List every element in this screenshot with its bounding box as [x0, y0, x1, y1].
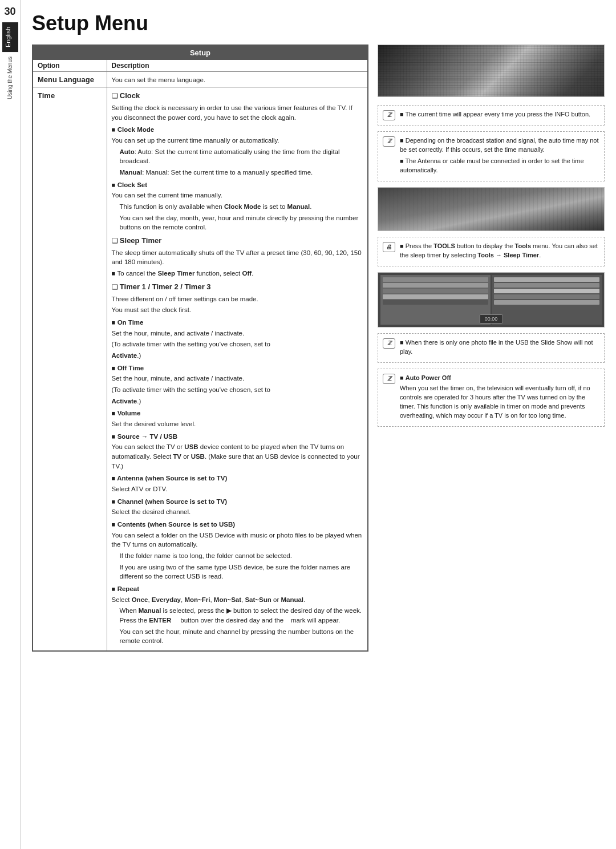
note4-icon: ℤ [383, 338, 395, 349]
sidebar-section: Using the Menus [6, 53, 14, 103]
table-row-time: Time ❑ Clock Setting the clock is necess… [33, 88, 368, 652]
repeat-manual2: You can set the hour, minute and channel… [112, 627, 363, 646]
note5-content: ■ Auto Power Off When you set the timer … [400, 374, 599, 422]
table-row: Menu Language You can set the menu langu… [33, 72, 368, 88]
contents-text: You can select a folder on the USB Devic… [112, 531, 363, 549]
volume-text: Set the desired volume level. [112, 419, 363, 429]
on-time-heading: On Time [112, 318, 363, 328]
timer-image [378, 187, 605, 231]
channel-text: Select the desired channel. [112, 507, 363, 517]
antenna-heading: Antenna (when Source is set to TV) [112, 474, 363, 483]
page-title: Setup Menu [32, 11, 605, 35]
on-time-text: Set the hour, minute, and activate / ina… [112, 329, 363, 338]
table-subheader-row: Option Description [33, 60, 368, 72]
page-number: 30 [4, 6, 15, 18]
note3-icon: 🖨 [383, 242, 395, 252]
note-usb-slideshow: ℤ ■ When there is only one photo file in… [378, 333, 605, 363]
timer-clock: You must set the clock first. [112, 305, 363, 315]
volume-heading: Volume [112, 409, 363, 418]
off-time-activate: Activate.) [112, 397, 363, 406]
off-time-heading: Off Time [112, 363, 363, 373]
setup-table: Setup Option Description Menu Language Y… [32, 45, 368, 652]
table-header: Setup [33, 45, 368, 60]
on-time-activate: Activate.) [112, 351, 363, 361]
sidebar: 30 English Using the Menus [0, 0, 21, 849]
source-text: You can select the TV or USB device cont… [112, 442, 363, 471]
timer-image-content [378, 188, 604, 231]
repeat-manual: When Manual is selected, press the ▶ but… [112, 606, 363, 625]
note2-bullet1: ■ Depending on the broadcast station and… [400, 136, 599, 155]
top-image [378, 45, 605, 97]
off-time-text: Set the hour, minute, and activate / ina… [112, 374, 363, 383]
off-time-note: (To activate timer with the setting you'… [112, 385, 363, 395]
note1-text: ■ The current time will appear every tim… [400, 110, 590, 119]
note5-icon: ℤ [383, 374, 395, 384]
sleep-cancel: ■ To cancel the Sleep Timer function, se… [112, 269, 363, 278]
clock-mode-text: You can set up the current time manually… [112, 136, 363, 145]
note2-bullet2: ■ The Antenna or cable must be connected… [400, 157, 599, 175]
note5-heading: ■ Auto Power Off [400, 374, 599, 383]
clock-set-text: You can set the current time manually. [112, 191, 363, 200]
note3-text: ■ Press the TOOLS button to display the … [400, 242, 599, 260]
note2-icon: ℤ [383, 136, 395, 147]
main-content: Setup Menu Setup Option Description [21, 0, 616, 849]
contents-note1: If the folder name is too long, the fold… [112, 551, 363, 561]
desc-menu-language: You can set the menu language. [107, 72, 368, 88]
sleep-heading: ❑ Sleep Timer [112, 236, 363, 246]
right-column: ℤ ■ The current time will appear every t… [378, 45, 605, 838]
clock-set-note2: You can set the day, month, year, hour a… [112, 213, 363, 232]
sidebar-lang: English [2, 22, 18, 52]
tv-bar-image-content: 00:00 [378, 273, 604, 327]
antenna-text: Select ATV or DTV. [112, 484, 363, 494]
note4-text: ■ When there is only one photo file in t… [400, 338, 599, 357]
repeat-text: Select Once, Everyday, Mon~Fri, Mon~Sat,… [112, 595, 363, 605]
contents-note2: If you are using two of the same type US… [112, 563, 363, 581]
repeat-heading: Repeat [112, 584, 363, 594]
timer-section: ❑ Timer 1 / Timer 2 / Timer 3 Three diff… [112, 282, 363, 646]
clock-mode-manual: Manual: Manual: Set the current time to … [112, 168, 363, 177]
option-time: Time [33, 88, 107, 652]
clock-heading: ❑ Clock [112, 91, 363, 102]
sleep-section: ❑ Sleep Timer The sleep timer automatica… [112, 236, 363, 278]
note-auto-power-off: ℤ ■ Auto Power Off When you set the time… [378, 369, 605, 427]
clock-set-note: This function is only available when Clo… [112, 202, 363, 212]
option-menu-language: Menu Language [33, 72, 107, 88]
clock-set-heading: Clock Set [112, 180, 363, 190]
note-tools: 🖨 ■ Press the TOOLS button to display th… [378, 237, 605, 266]
channel-heading: Channel (when Source is set to TV) [112, 497, 363, 507]
timer-heading: ❑ Timer 1 / Timer 2 / Timer 3 [112, 282, 363, 293]
clock-mode-heading: Clock Mode [112, 125, 363, 135]
desc-time: ❑ Clock Setting the clock is necessary i… [107, 88, 368, 652]
top-image-content [378, 45, 604, 96]
note1-icon: ℤ [383, 110, 395, 120]
note5-text: When you set the timer on, the televisio… [400, 384, 599, 421]
table-header-row: Setup [33, 45, 368, 60]
left-column: Setup Option Description Menu Language Y… [32, 45, 368, 838]
timer-intro: Three different on / off timer settings … [112, 294, 363, 304]
clock-section: ❑ Clock Setting the clock is necessary i… [112, 91, 363, 232]
content-columns: Setup Option Description Menu Language Y… [32, 45, 605, 838]
note-broadcast: ℤ ■ Depending on the broadcast station a… [378, 131, 605, 181]
on-time-note: (To activate timer with the setting you'… [112, 339, 363, 349]
note-info-button: ℤ ■ The current time will appear every t… [378, 105, 605, 126]
col-description-header: Description [107, 60, 368, 72]
note2-content: ■ Depending on the broadcast station and… [400, 136, 599, 176]
clock-intro: Setting the clock is necessary in order … [112, 103, 363, 122]
source-heading: Source → TV / USB [112, 432, 363, 442]
tv-bar-image: 00:00 [378, 272, 605, 328]
sleep-text: The sleep timer automatically shuts off … [112, 248, 363, 267]
col-option-header: Option [33, 60, 107, 72]
clock-mode-auto: Auto: Auto: Set the current time automat… [112, 147, 363, 166]
contents-heading: Contents (when Source is set to USB) [112, 520, 363, 529]
